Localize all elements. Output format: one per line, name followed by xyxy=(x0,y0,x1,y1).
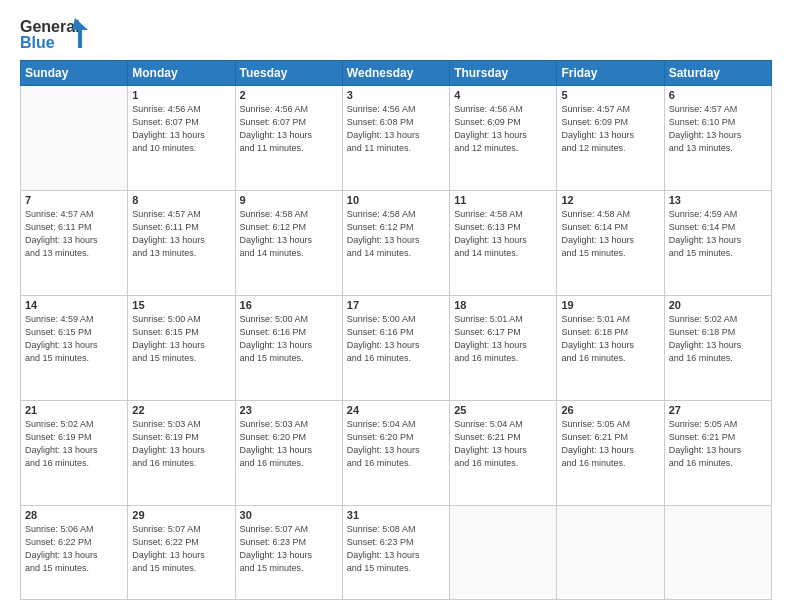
day-info: Sunrise: 4:59 AM Sunset: 6:15 PM Dayligh… xyxy=(25,313,123,365)
calendar-cell: 17Sunrise: 5:00 AM Sunset: 6:16 PM Dayli… xyxy=(342,296,449,401)
calendar-cell: 22Sunrise: 5:03 AM Sunset: 6:19 PM Dayli… xyxy=(128,401,235,506)
day-info: Sunrise: 5:00 AM Sunset: 6:15 PM Dayligh… xyxy=(132,313,230,365)
calendar-cell: 28Sunrise: 5:06 AM Sunset: 6:22 PM Dayli… xyxy=(21,506,128,600)
day-number: 7 xyxy=(25,194,123,206)
calendar-cell: 23Sunrise: 5:03 AM Sunset: 6:20 PM Dayli… xyxy=(235,401,342,506)
day-number: 8 xyxy=(132,194,230,206)
header-tuesday: Tuesday xyxy=(235,61,342,86)
calendar-cell: 30Sunrise: 5:07 AM Sunset: 6:23 PM Dayli… xyxy=(235,506,342,600)
svg-text:General: General xyxy=(20,18,80,35)
calendar-cell: 7Sunrise: 4:57 AM Sunset: 6:11 PM Daylig… xyxy=(21,191,128,296)
calendar-week-row: 21Sunrise: 5:02 AM Sunset: 6:19 PM Dayli… xyxy=(21,401,772,506)
day-info: Sunrise: 4:56 AM Sunset: 6:07 PM Dayligh… xyxy=(132,103,230,155)
day-info: Sunrise: 5:01 AM Sunset: 6:18 PM Dayligh… xyxy=(561,313,659,365)
day-number: 10 xyxy=(347,194,445,206)
day-info: Sunrise: 5:04 AM Sunset: 6:21 PM Dayligh… xyxy=(454,418,552,470)
day-info: Sunrise: 4:59 AM Sunset: 6:14 PM Dayligh… xyxy=(669,208,767,260)
day-number: 11 xyxy=(454,194,552,206)
calendar-cell: 3Sunrise: 4:56 AM Sunset: 6:08 PM Daylig… xyxy=(342,86,449,191)
day-number: 28 xyxy=(25,509,123,521)
calendar-cell: 19Sunrise: 5:01 AM Sunset: 6:18 PM Dayli… xyxy=(557,296,664,401)
day-info: Sunrise: 5:03 AM Sunset: 6:19 PM Dayligh… xyxy=(132,418,230,470)
day-info: Sunrise: 4:58 AM Sunset: 6:12 PM Dayligh… xyxy=(240,208,338,260)
day-info: Sunrise: 4:58 AM Sunset: 6:12 PM Dayligh… xyxy=(347,208,445,260)
day-info: Sunrise: 4:57 AM Sunset: 6:10 PM Dayligh… xyxy=(669,103,767,155)
calendar-week-row: 14Sunrise: 4:59 AM Sunset: 6:15 PM Dayli… xyxy=(21,296,772,401)
calendar-week-row: 1Sunrise: 4:56 AM Sunset: 6:07 PM Daylig… xyxy=(21,86,772,191)
day-info: Sunrise: 4:57 AM Sunset: 6:11 PM Dayligh… xyxy=(25,208,123,260)
calendar-week-row: 28Sunrise: 5:06 AM Sunset: 6:22 PM Dayli… xyxy=(21,506,772,600)
header-saturday: Saturday xyxy=(664,61,771,86)
day-number: 20 xyxy=(669,299,767,311)
day-info: Sunrise: 5:04 AM Sunset: 6:20 PM Dayligh… xyxy=(347,418,445,470)
calendar-week-row: 7Sunrise: 4:57 AM Sunset: 6:11 PM Daylig… xyxy=(21,191,772,296)
day-info: Sunrise: 4:56 AM Sunset: 6:09 PM Dayligh… xyxy=(454,103,552,155)
calendar-cell: 18Sunrise: 5:01 AM Sunset: 6:17 PM Dayli… xyxy=(450,296,557,401)
day-number: 5 xyxy=(561,89,659,101)
calendar-cell: 9Sunrise: 4:58 AM Sunset: 6:12 PM Daylig… xyxy=(235,191,342,296)
calendar-cell xyxy=(664,506,771,600)
day-number: 27 xyxy=(669,404,767,416)
day-info: Sunrise: 5:00 AM Sunset: 6:16 PM Dayligh… xyxy=(347,313,445,365)
calendar-cell: 8Sunrise: 4:57 AM Sunset: 6:11 PM Daylig… xyxy=(128,191,235,296)
day-info: Sunrise: 4:58 AM Sunset: 6:14 PM Dayligh… xyxy=(561,208,659,260)
calendar-cell: 25Sunrise: 5:04 AM Sunset: 6:21 PM Dayli… xyxy=(450,401,557,506)
calendar-cell: 11Sunrise: 4:58 AM Sunset: 6:13 PM Dayli… xyxy=(450,191,557,296)
day-info: Sunrise: 5:05 AM Sunset: 6:21 PM Dayligh… xyxy=(669,418,767,470)
day-number: 13 xyxy=(669,194,767,206)
page: GeneralBlue SundayMondayTuesdayWednesday… xyxy=(0,0,792,612)
day-info: Sunrise: 5:06 AM Sunset: 6:22 PM Dayligh… xyxy=(25,523,123,575)
day-info: Sunrise: 5:02 AM Sunset: 6:18 PM Dayligh… xyxy=(669,313,767,365)
day-number: 18 xyxy=(454,299,552,311)
day-info: Sunrise: 5:07 AM Sunset: 6:22 PM Dayligh… xyxy=(132,523,230,575)
day-number: 17 xyxy=(347,299,445,311)
day-info: Sunrise: 5:07 AM Sunset: 6:23 PM Dayligh… xyxy=(240,523,338,575)
header-thursday: Thursday xyxy=(450,61,557,86)
header-monday: Monday xyxy=(128,61,235,86)
calendar-cell: 6Sunrise: 4:57 AM Sunset: 6:10 PM Daylig… xyxy=(664,86,771,191)
day-number: 6 xyxy=(669,89,767,101)
day-info: Sunrise: 5:03 AM Sunset: 6:20 PM Dayligh… xyxy=(240,418,338,470)
calendar-cell: 5Sunrise: 4:57 AM Sunset: 6:09 PM Daylig… xyxy=(557,86,664,191)
day-number: 1 xyxy=(132,89,230,101)
calendar-cell: 24Sunrise: 5:04 AM Sunset: 6:20 PM Dayli… xyxy=(342,401,449,506)
logo-svg: GeneralBlue xyxy=(20,16,90,52)
day-number: 22 xyxy=(132,404,230,416)
day-number: 14 xyxy=(25,299,123,311)
calendar-cell: 26Sunrise: 5:05 AM Sunset: 6:21 PM Dayli… xyxy=(557,401,664,506)
header-friday: Friday xyxy=(557,61,664,86)
calendar-table: SundayMondayTuesdayWednesdayThursdayFrid… xyxy=(20,60,772,600)
calendar-cell: 14Sunrise: 4:59 AM Sunset: 6:15 PM Dayli… xyxy=(21,296,128,401)
day-number: 19 xyxy=(561,299,659,311)
day-number: 23 xyxy=(240,404,338,416)
day-info: Sunrise: 4:57 AM Sunset: 6:09 PM Dayligh… xyxy=(561,103,659,155)
day-info: Sunrise: 5:01 AM Sunset: 6:17 PM Dayligh… xyxy=(454,313,552,365)
calendar-cell: 27Sunrise: 5:05 AM Sunset: 6:21 PM Dayli… xyxy=(664,401,771,506)
calendar-cell: 2Sunrise: 4:56 AM Sunset: 6:07 PM Daylig… xyxy=(235,86,342,191)
calendar-header-row: SundayMondayTuesdayWednesdayThursdayFrid… xyxy=(21,61,772,86)
day-info: Sunrise: 5:00 AM Sunset: 6:16 PM Dayligh… xyxy=(240,313,338,365)
calendar-cell: 21Sunrise: 5:02 AM Sunset: 6:19 PM Dayli… xyxy=(21,401,128,506)
calendar-cell: 16Sunrise: 5:00 AM Sunset: 6:16 PM Dayli… xyxy=(235,296,342,401)
calendar-cell: 31Sunrise: 5:08 AM Sunset: 6:23 PM Dayli… xyxy=(342,506,449,600)
day-number: 29 xyxy=(132,509,230,521)
day-info: Sunrise: 5:05 AM Sunset: 6:21 PM Dayligh… xyxy=(561,418,659,470)
day-number: 12 xyxy=(561,194,659,206)
day-number: 4 xyxy=(454,89,552,101)
day-number: 21 xyxy=(25,404,123,416)
calendar-cell: 4Sunrise: 4:56 AM Sunset: 6:09 PM Daylig… xyxy=(450,86,557,191)
calendar-cell xyxy=(557,506,664,600)
calendar-cell: 20Sunrise: 5:02 AM Sunset: 6:18 PM Dayli… xyxy=(664,296,771,401)
day-number: 30 xyxy=(240,509,338,521)
day-number: 15 xyxy=(132,299,230,311)
header-sunday: Sunday xyxy=(21,61,128,86)
calendar-cell xyxy=(21,86,128,191)
calendar-cell: 10Sunrise: 4:58 AM Sunset: 6:12 PM Dayli… xyxy=(342,191,449,296)
day-number: 31 xyxy=(347,509,445,521)
svg-text:Blue: Blue xyxy=(20,34,55,51)
logo: GeneralBlue xyxy=(20,16,90,52)
day-info: Sunrise: 4:57 AM Sunset: 6:11 PM Dayligh… xyxy=(132,208,230,260)
day-info: Sunrise: 5:08 AM Sunset: 6:23 PM Dayligh… xyxy=(347,523,445,575)
day-number: 16 xyxy=(240,299,338,311)
calendar-cell: 13Sunrise: 4:59 AM Sunset: 6:14 PM Dayli… xyxy=(664,191,771,296)
